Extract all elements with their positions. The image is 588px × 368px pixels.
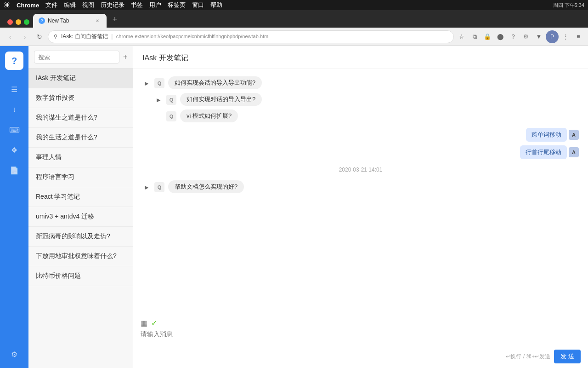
url-site-name: IAsk: 自问自答笔记 | chrome-extension://keofpa…	[61, 33, 270, 40]
expand-button-2[interactable]: ▶	[142, 183, 151, 191]
menu-user[interactable]: 用户	[149, 1, 161, 9]
note-item-5[interactable]: 事理人情	[28, 148, 133, 167]
tab-bar: ? New Tab ✕ +	[0, 10, 588, 28]
timestamp: 2020-03-21 14:01	[142, 167, 579, 173]
answer-letter-2: A	[569, 147, 579, 157]
notes-list: IAsk 开发笔记 数字货币投资 我的谋生之道是什么? 我的生活之道是什么? 事…	[28, 69, 133, 368]
note-item-7[interactable]: React 学习笔记	[28, 187, 133, 207]
note-item-10[interactable]: 下放用地审批权意味着什么?	[28, 247, 133, 266]
profile-button[interactable]: P	[546, 30, 559, 43]
url-bar[interactable]: ⚲ IAsk: 自问自答笔记 | chrome-extension://keof…	[48, 30, 454, 43]
answer-pair-2: 行首行尾移动 A	[152, 145, 579, 159]
note-item-6[interactable]: 程序语言学习	[28, 167, 133, 187]
tab-title: New Tab	[48, 17, 69, 24]
answer-pair-1: 跨单词移动 A	[152, 128, 579, 142]
question-badge-1: Q	[154, 78, 164, 88]
url-separator: |	[111, 33, 113, 40]
search-input[interactable]	[34, 51, 119, 63]
toolbar-table-icon[interactable]: ▦	[141, 319, 147, 328]
reload-button[interactable]: ↻	[33, 30, 46, 43]
sidebar-download-icon[interactable]: ↓	[6, 101, 23, 118]
note-item-1[interactable]: IAsk 开发笔记	[28, 69, 133, 88]
question-group-1: ▶ Q 如何实现会话的导入导出功能? ▶ Q 如何实现对话的导入导出? Q vi…	[142, 76, 579, 159]
minimize-window-button[interactable]	[16, 19, 21, 25]
system-clock: 周四 下午5:34	[553, 2, 584, 9]
menu-view[interactable]: 视图	[82, 1, 94, 9]
extension-btn-3[interactable]: ?	[507, 31, 519, 43]
sub-question-chip-2[interactable]: vi 模式如何扩展?	[180, 109, 238, 122]
send-button[interactable]: 发 送	[554, 350, 581, 363]
sub-question-badge-1: Q	[166, 95, 176, 105]
maximize-window-button[interactable]	[24, 19, 29, 25]
answer-chip-2[interactable]: 行首行尾移动	[520, 145, 567, 159]
extension-btn-1[interactable]: 🔒	[481, 31, 493, 43]
sidebar-file-icon[interactable]: 📄	[6, 162, 23, 178]
sub-question-badge-2: Q	[166, 111, 176, 121]
menu-edit[interactable]: 编辑	[64, 1, 76, 9]
main-title: IAsk 开发笔记	[133, 46, 588, 69]
sidebar-dropbox-icon[interactable]: ❖	[6, 142, 23, 158]
answers-area: 跨单词移动 A 行首行尾移动 A	[142, 128, 579, 159]
forward-button[interactable]: ›	[18, 30, 31, 43]
menu-bookmarks[interactable]: 书签	[131, 1, 143, 9]
menu-window[interactable]: 窗口	[192, 1, 204, 9]
url-site-label: IAsk: 自问自答笔记	[61, 33, 108, 40]
note-item-8[interactable]: umiv3 + antdv4 迁移	[28, 207, 133, 227]
new-tab-button[interactable]: +	[108, 13, 121, 26]
main-content: IAsk 开发笔记 ▶ Q 如何实现会话的导入导出功能? ▶ Q 如何实现对话的…	[133, 46, 588, 368]
input-hint: ↵换行 / ⌘+↵发送	[506, 353, 550, 361]
sub-question-row-1: ▶ Q 如何实现对话的导入导出?	[142, 93, 579, 106]
app-name[interactable]: Chrome	[17, 2, 39, 9]
menu-icon[interactable]: ≡	[572, 31, 584, 43]
extension-btn-2[interactable]: ⬤	[494, 31, 506, 43]
apple-menu[interactable]: ⌘	[4, 1, 10, 9]
url-full-path: chrome-extension://keofpacpcmelcnbmicfhl…	[116, 34, 270, 39]
question-row-2: ▶ Q 帮助文档怎么实现的好?	[142, 180, 579, 193]
note-item-11[interactable]: 比特币价格问题	[28, 266, 133, 286]
notes-sidebar: + IAsk 开发笔记 数字货币投资 我的谋生之道是什么? 我的生活之道是什么?…	[28, 46, 133, 368]
expand-button-1-1[interactable]: ▶	[154, 96, 163, 104]
expand-button-1[interactable]: ▶	[142, 79, 151, 87]
extension-btn-5[interactable]: ▼	[533, 31, 545, 43]
input-footer: ↵换行 / ⌘+↵发送 发 送	[141, 350, 581, 363]
question-chip-1[interactable]: 如何实现会话的导入导出功能?	[168, 76, 262, 89]
sub-question-row-2: Q vi 模式如何扩展?	[142, 109, 579, 122]
menu-help[interactable]: 帮助	[210, 1, 222, 9]
tab-new-tab[interactable]: ? New Tab ✕	[33, 14, 107, 28]
icon-sidebar: ? ☰ ↓ ⌨ ❖ 📄 ⚙	[0, 46, 28, 368]
message-input[interactable]	[141, 330, 581, 345]
bookmark-button[interactable]: ☆	[456, 31, 468, 43]
window-controls	[4, 19, 33, 25]
answer-letter-1: A	[569, 130, 579, 140]
question-chip-2[interactable]: 帮助文档怎么实现的好?	[168, 180, 244, 193]
close-window-button[interactable]	[7, 19, 13, 25]
menu-file[interactable]: 文件	[45, 1, 57, 9]
question-row-1: ▶ Q 如何实现会话的导入导出功能?	[142, 76, 579, 89]
note-item-3[interactable]: 我的谋生之道是什么?	[28, 108, 133, 128]
search-bar: +	[28, 46, 133, 69]
toolbar-checkmark-icon[interactable]: ✓	[151, 319, 157, 328]
back-button[interactable]: ‹	[4, 30, 17, 43]
menu-history[interactable]: 历史记录	[101, 1, 124, 9]
input-area: ▦ ✓ ↵换行 / ⌘+↵发送 发 送	[133, 314, 588, 368]
sidebar-settings-icon[interactable]: ⚙	[6, 346, 23, 362]
address-actions: ☆ ⧉ 🔒 ⬤ ? ⚙ ▼ P ⋮ ≡	[456, 30, 584, 43]
tab-favicon: ?	[39, 17, 45, 24]
note-item-9[interactable]: 新冠病毒的影响以及走势?	[28, 227, 133, 247]
extension-puzzle-icon[interactable]: ⧉	[469, 31, 481, 43]
extension-btn-4[interactable]: ⚙	[520, 31, 532, 43]
add-note-button[interactable]: +	[123, 52, 127, 63]
sidebar-keyboard-icon[interactable]: ⌨	[6, 121, 23, 138]
menu-bar: ⌘ Chrome 文件 编辑 视图 历史记录 书签 用户 标签页 窗口 帮助 周…	[0, 0, 588, 10]
sub-question-chip-1[interactable]: 如何实现对话的导入导出?	[180, 93, 262, 106]
sidebar-notes-icon[interactable]: ☰	[6, 81, 23, 98]
input-toolbar: ▦ ✓	[141, 319, 581, 328]
tab-close-button[interactable]: ✕	[94, 17, 101, 24]
note-item-4[interactable]: 我的生活之道是什么?	[28, 128, 133, 148]
menu-tabs[interactable]: 标签页	[168, 1, 186, 9]
app-logo[interactable]: ?	[5, 52, 23, 70]
app-container: ? ☰ ↓ ⌨ ❖ 📄 ⚙ + IAsk 开发笔记 数字货币投资 我的谋生之道是…	[0, 46, 588, 368]
answer-chip-1[interactable]: 跨单词移动	[526, 128, 567, 142]
more-button[interactable]: ⋮	[560, 31, 571, 43]
note-item-2[interactable]: 数字货币投资	[28, 88, 133, 108]
